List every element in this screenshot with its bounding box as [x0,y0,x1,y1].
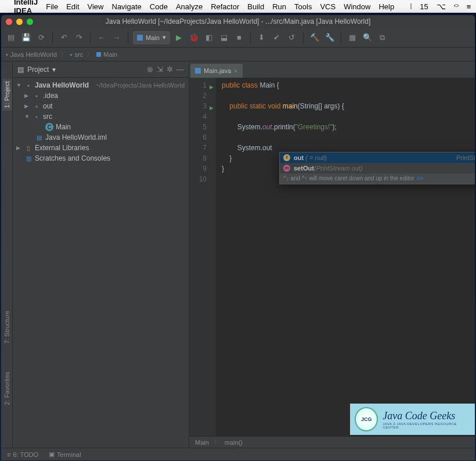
wifi-icon[interactable]: ⌔ [454,2,459,11]
menu-window[interactable]: Window [344,2,370,11]
macos-menu-bar: IntelliJ IDEA File Edit View Navigate Co… [0,0,476,13]
menu-navigate[interactable]: Navigate [112,2,142,11]
menu-code[interactable]: Code [150,2,168,11]
tree-external-libs[interactable]: ▶▯External Libraries [13,143,189,153]
code-body[interactable]: public class Main { public static void m… [216,78,475,436]
completion-item[interactable]: m setOut(PrintStream out) void [280,163,475,173]
completion-hint: ^↓ and ^↑ will move caret down and up in… [280,173,475,184]
menu-help[interactable]: Help [378,2,394,11]
tree-idea[interactable]: ▶▪.idea [13,90,189,101]
tool-tab-favorites[interactable]: 2: Favorites [2,369,12,407]
vcs-commit-icon[interactable]: ✔ [271,31,283,44]
debug-button[interactable]: 🐞 [187,31,200,44]
tree-main-class[interactable]: CMain [13,122,189,132]
undo-icon[interactable]: ↶ [57,31,70,44]
class-icon [137,35,143,41]
build-icon[interactable]: 🔨 [308,31,321,44]
navigation-bar: • Java HelloWorld 〉 ▪ src 〉 Main [1,48,475,61]
sync-icon[interactable]: ⟳ [35,31,48,44]
redo-icon[interactable]: ↷ [73,31,85,44]
menubar-extra[interactable]: ≡ [467,2,471,11]
profile-button[interactable]: ⬓ [218,31,230,44]
menu-view[interactable]: View [88,2,104,11]
menu-file[interactable]: File [46,2,58,11]
breadcrumb-project[interactable]: • Java HelloWorld [6,51,57,58]
expand-icon[interactable]: ⇲ [157,65,163,74]
open-icon[interactable]: ▤ [5,31,17,44]
close-tab-icon[interactable]: × [234,67,237,74]
tree-src[interactable]: ▼▪src [13,111,189,122]
editor-breadcrumb[interactable]: Main 〉 main() [189,436,475,448]
close-window-button[interactable] [6,19,12,25]
settings-wrench-icon[interactable]: 🔧 [323,31,336,44]
bottom-tool-strip: ≡ 6: TODO ▣ Terminal [1,448,475,460]
jcg-logo: JCG [355,407,378,431]
coverage-button[interactable]: ◧ [203,31,215,44]
completion-item[interactable]: f out ( = null) PrintStream [280,153,475,163]
app-name[interactable]: IntelliJ IDEA [14,0,38,15]
breadcrumb-src[interactable]: ▪ src [70,51,84,58]
tree-root[interactable]: ▼▪ Java HelloWorld ~/IdeaProjects/Java H… [13,80,189,90]
run-config-name: Main [146,34,160,41]
menu-build[interactable]: Build [247,2,264,11]
locate-icon[interactable]: ⊕ [147,65,153,74]
notifications-icon[interactable] [410,3,412,9]
chevron-down-icon: ▾ [163,34,166,41]
main-toolbar: ▤ 💾 ⟳ ↶ ↷ ← → Main ▾ ▶ 🐞 ◧ ⬓ ■ ⬇ ✔ ↺ 🔨 🔧… [1,28,475,48]
completion-hint-link[interactable]: >> [417,173,424,184]
method-icon: m [283,165,290,172]
menu-refactor[interactable]: Refactor [211,2,239,11]
tool-tab-project[interactable]: 1: Project [2,79,12,110]
forward-icon[interactable]: → [110,31,123,44]
structure-icon[interactable]: ▦ [346,31,359,44]
minimize-window-button[interactable] [16,19,23,25]
menu-edit[interactable]: Edit [66,2,79,11]
notifications-count: 15 [420,2,428,11]
layout-icon[interactable]: ⧉ [376,31,389,44]
back-icon[interactable]: ← [95,31,108,44]
editor-tab-main[interactable]: Main.java × [190,64,243,78]
gear-icon[interactable]: ✲ [167,65,173,74]
search-icon[interactable]: 🔍 [361,31,374,44]
zoom-window-button[interactable] [27,19,33,25]
editor-tab-label: Main.java [204,67,231,74]
gutter[interactable]: 1▶ 2 3▶ 4 5 6 7 8 9 10 [189,78,216,436]
terminal-tab[interactable]: ▣ Terminal [49,451,81,458]
stop-button[interactable]: ■ [233,31,246,44]
run-configuration-dropdown[interactable]: Main ▾ [133,31,170,44]
breadcrumb-file[interactable]: Main [96,51,117,58]
project-tree[interactable]: ▼▪ Java HelloWorld ~/IdeaProjects/Java H… [13,78,189,166]
bluetooth-icon[interactable]: ⌥ [437,2,446,11]
menu-run[interactable]: Run [272,2,286,11]
chevron-right-icon: 〉 [60,50,67,59]
tree-scratches[interactable]: ▥Scratches and Consoles [13,153,189,164]
vcs-history-icon[interactable]: ↺ [286,31,298,44]
project-tool-window: ▤ Project ▾ ⊕ ⇲ ✲ — ▼▪ Java HelloWorld ~… [13,61,189,448]
watermark-subtitle: JAVA 2 JAVA DEVELOPERS RESOURCE CENTER [383,422,470,429]
watermark-title: Java Code Geeks [383,410,470,422]
folder-icon: ▤ [17,66,24,74]
chevron-right-icon: 〉 [86,50,93,59]
class-icon [195,68,201,74]
titlebar: Java HelloWorld [~/IdeaProjects/Java Hel… [1,15,475,28]
tool-tab-structure[interactable]: 7: Structure [2,308,12,346]
menu-vcs[interactable]: VCS [320,2,336,11]
field-icon: f [283,154,290,161]
chevron-down-icon[interactable]: ▾ [52,66,56,74]
window-title: Java HelloWorld [~/IdeaProjects/Java Hel… [1,17,475,26]
vcs-update-icon[interactable]: ⬇ [255,31,268,44]
ide-window: Java HelloWorld [~/IdeaProjects/Java Hel… [1,15,475,460]
project-view-title: Project [27,66,49,74]
hide-icon[interactable]: — [176,65,184,74]
tree-out[interactable]: ▶▪out [13,101,189,111]
watermark: JCG Java Code Geeks JAVA 2 JAVA DEVELOPE… [350,404,475,435]
editor-tabs: Main.java × [189,61,475,78]
run-button[interactable]: ▶ [172,31,185,44]
menu-analyze[interactable]: Analyze [176,2,203,11]
code-completion-popup[interactable]: f out ( = null) PrintStream m setOut(Pri… [279,152,475,184]
left-tool-strip: 1: Project 7: Structure 2: Favorites [1,61,13,448]
menu-tools[interactable]: Tools [294,2,312,11]
save-icon[interactable]: 💾 [20,31,33,44]
todo-tab[interactable]: ≡ 6: TODO [7,451,38,458]
tree-iml[interactable]: ▤Java HelloWorld.iml [13,132,189,143]
